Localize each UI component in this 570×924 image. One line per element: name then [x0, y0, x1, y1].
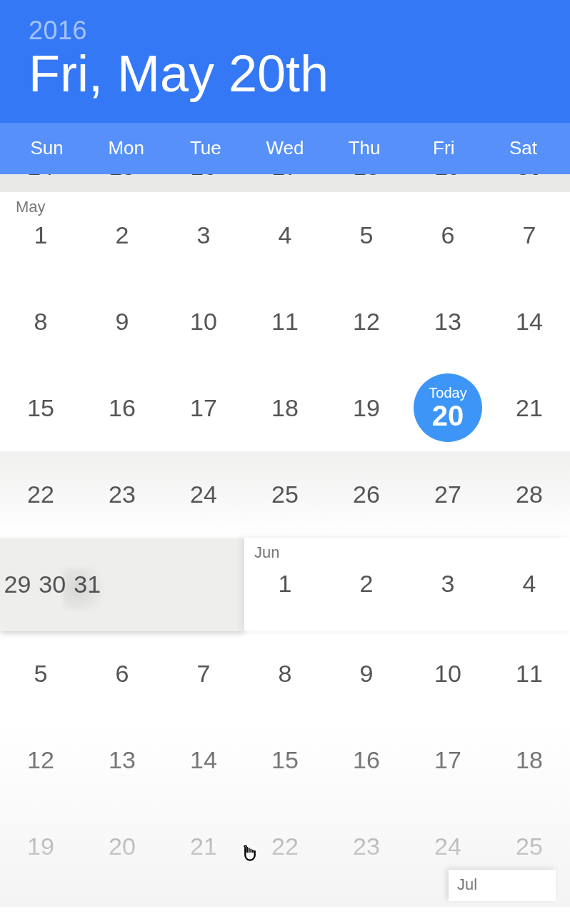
month-tab-jul[interactable]: Jul: [449, 870, 556, 901]
week-row: 15 16 17 18 19 Today 20 21: [0, 365, 570, 451]
day-cell[interactable]: 16: [326, 717, 407, 803]
calendar-scroll-area[interactable]: 24 25 26 27 28 29 30 May 1 2 3 4 5: [0, 174, 570, 907]
day-cell[interactable]: 22: [244, 803, 326, 890]
weekday-sat: Sat: [484, 137, 563, 159]
header: 2016 Fri, May 20th: [0, 0, 570, 123]
day-cell[interactable]: 27: [244, 174, 326, 192]
day-cell[interactable]: 8: [0, 278, 81, 365]
month-label-jul: Jul: [457, 875, 477, 893]
prev-month-row: 24 25 26 27 28 29 30: [0, 174, 570, 192]
day-cell[interactable]: 17: [163, 365, 244, 451]
day-cell[interactable]: 19: [0, 803, 81, 890]
day-cell[interactable]: 24: [0, 174, 81, 192]
jun-weeks: 5 6 7 8 9 10 11 12 13 14 15 16 17 18: [0, 631, 570, 890]
day-cell[interactable]: 2: [326, 538, 407, 631]
day-cell[interactable]: 6: [81, 631, 163, 717]
week-row: 22 23 24 25 26 27 28: [0, 451, 570, 538]
day-cell[interactable]: 23: [326, 803, 407, 890]
day-cell[interactable]: 4: [244, 192, 326, 278]
week-row: 8 9 10 11 12 13 14: [0, 278, 570, 365]
day-cell[interactable]: 16: [81, 365, 163, 451]
day-cell[interactable]: 21: [489, 365, 570, 451]
week-row: May 1 2 3 4 5 6 7: [0, 192, 570, 278]
day-cell[interactable]: 31: [70, 538, 105, 631]
day-cell[interactable]: 21: [163, 803, 244, 890]
day-cell[interactable]: 25: [81, 174, 163, 192]
weekday-wed: Wed: [245, 137, 324, 159]
day-cell[interactable]: 5: [0, 631, 81, 717]
day-cell[interactable]: 20: [81, 803, 163, 890]
day-cell[interactable]: 18: [244, 365, 326, 451]
month-label-may: May: [16, 198, 46, 216]
today-label: Today: [429, 386, 466, 400]
day-cell-today[interactable]: Today 20: [407, 365, 489, 451]
day-cell[interactable]: 28: [489, 451, 570, 538]
day-cell[interactable]: 13: [81, 717, 163, 803]
day-cell[interactable]: 29: [407, 174, 489, 192]
month-card-may: May 1 2 3 4 5 6 7 8 9 10 11 12 13: [0, 192, 570, 538]
day-cell[interactable]: 30: [489, 174, 570, 192]
week-row: 5 6 7 8 9 10 11: [0, 631, 570, 717]
day-cell[interactable]: 15: [0, 365, 81, 451]
day-cell[interactable]: May 1: [0, 192, 81, 278]
day-cell[interactable]: 28: [326, 174, 407, 192]
day-cell[interactable]: 2: [81, 192, 163, 278]
day-cell[interactable]: 26: [326, 451, 407, 538]
header-year[interactable]: 2016: [29, 16, 541, 46]
header-date[interactable]: Fri, May 20th: [29, 47, 541, 101]
day-cell[interactable]: 9: [81, 278, 163, 365]
day-cell[interactable]: 9: [326, 631, 407, 717]
day-cell[interactable]: 14: [163, 717, 244, 803]
day-cell[interactable]: 26: [163, 174, 244, 192]
weekday-bar: Sun Mon Tue Wed Thu Fri Sat: [0, 123, 570, 174]
day-cell[interactable]: 22: [0, 451, 81, 538]
week-row: 29 30 31: [0, 538, 244, 631]
week-row: 12 13 14 15 16 17 18: [0, 717, 570, 803]
day-cell[interactable]: 10: [407, 631, 489, 717]
day-cell[interactable]: 3: [407, 538, 489, 631]
weekday-tue: Tue: [166, 137, 245, 159]
day-cell[interactable]: 7: [489, 192, 570, 278]
today-marker[interactable]: Today 20: [414, 373, 482, 442]
day-cell[interactable]: 19: [326, 365, 407, 451]
weekday-fri: Fri: [404, 137, 484, 159]
day-cell[interactable]: 24: [163, 451, 244, 538]
week-row: Jun 1 2 3 4: [244, 538, 570, 631]
day-cell[interactable]: 8: [244, 631, 326, 717]
month-card-jun: Jun 1 2 3 4: [244, 538, 570, 631]
day-cell[interactable]: 17: [407, 717, 489, 803]
day-cell[interactable]: 10: [163, 278, 244, 365]
calendar-datepicker: 2016 Fri, May 20th Sun Mon Tue Wed Thu F…: [0, 0, 570, 924]
day-cell[interactable]: 15: [244, 717, 326, 803]
month-label-jun: Jun: [254, 543, 279, 562]
day-cell[interactable]: 12: [326, 278, 407, 365]
day-cell[interactable]: 25: [244, 451, 326, 538]
weekday-thu: Thu: [325, 137, 404, 159]
day-cell[interactable]: 11: [489, 631, 570, 717]
day-cell[interactable]: Jun 1: [244, 538, 326, 631]
day-cell[interactable]: 3: [163, 192, 244, 278]
day-cell[interactable]: 11: [244, 278, 326, 365]
day-cell[interactable]: 13: [407, 278, 489, 365]
calendar-grid: 24 25 26 27 28 29 30 May 1 2 3 4 5: [0, 174, 570, 192]
weekday-sun: Sun: [7, 137, 86, 159]
day-cell[interactable]: 14: [489, 278, 570, 365]
day-cell[interactable]: 12: [0, 717, 81, 803]
day-cell[interactable]: 7: [163, 631, 244, 717]
day-cell[interactable]: 5: [326, 192, 407, 278]
weekday-mon: Mon: [86, 137, 166, 159]
day-cell[interactable]: 4: [489, 538, 570, 631]
day-cell[interactable]: 23: [81, 451, 163, 538]
day-cell[interactable]: 29: [0, 538, 35, 631]
day-cell[interactable]: 18: [489, 717, 570, 803]
day-cell[interactable]: 27: [407, 451, 489, 538]
day-cell[interactable]: 6: [407, 192, 489, 278]
